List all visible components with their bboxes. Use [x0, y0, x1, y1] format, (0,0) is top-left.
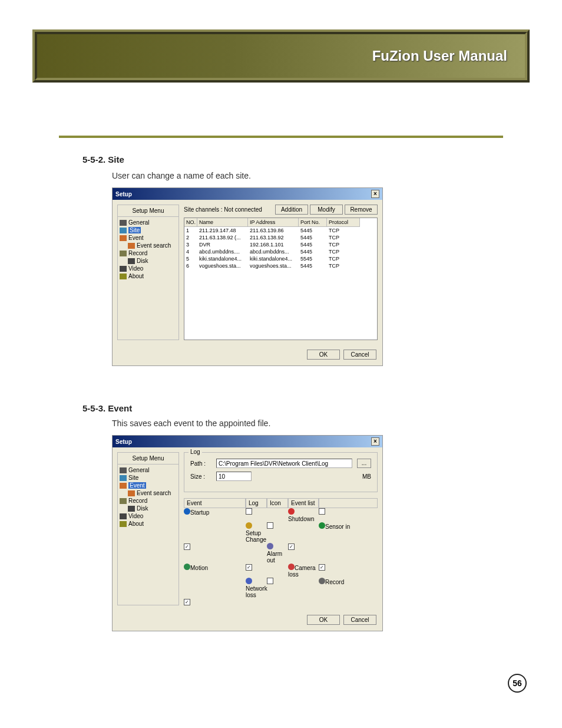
column-header[interactable]: Event [184, 498, 246, 508]
tree-item-site[interactable]: Site [120, 226, 177, 234]
column-header[interactable]: Icon [267, 498, 288, 508]
tree-icon [120, 498, 127, 504]
tree-item-event[interactable]: Event [120, 234, 177, 242]
event-table: EventLogIconEvent listStartupShutdownSet… [184, 498, 378, 605]
event-icon [288, 564, 295, 570]
site-status: Site channels : Not connected [184, 206, 262, 213]
tree-icon [120, 251, 127, 256]
event-name-cell: Network loss [246, 578, 267, 598]
section-heading-site: 5-5-2. Site [82, 154, 124, 164]
tree-label: Record [128, 250, 147, 256]
checkbox[interactable] [288, 543, 295, 550]
tree-item-record[interactable]: Record [120, 497, 177, 505]
table-row[interactable]: 1211.219.147.48211.63.139.865445TCP [184, 227, 377, 234]
setup-dialog-event: Setup × Setup Menu GeneralSiteEventEvent… [112, 435, 383, 631]
event-icon [319, 578, 325, 584]
tree-icon [120, 274, 127, 279]
modify-button[interactable]: Modify [310, 205, 343, 215]
tree-item-video[interactable]: Video [120, 512, 177, 520]
column-header[interactable]: Name [197, 218, 248, 227]
tree-icon [120, 521, 127, 527]
tree-item-disk[interactable]: Disk [120, 257, 177, 265]
column-header[interactable]: Port No. [299, 218, 327, 227]
cancel-button[interactable]: Cancel [343, 350, 376, 360]
setup-dialog-site: Setup × Setup Menu GeneralSiteEventEvent… [112, 187, 383, 366]
checkbox[interactable] [319, 564, 325, 571]
tree-item-general[interactable]: General [120, 466, 177, 474]
column-header[interactable]: Log [246, 498, 267, 508]
addition-button[interactable]: Addition [275, 205, 308, 215]
tree-icon [128, 506, 135, 512]
tree-label: About [128, 273, 144, 279]
checkbox[interactable] [267, 522, 273, 529]
table-row[interactable]: 3DVR192.168.1.1015445TCP [184, 241, 377, 248]
tree-icon [128, 243, 135, 249]
tree-item-event[interactable]: Event [120, 482, 177, 489]
tree-icon [128, 258, 135, 264]
header-band: FuZion User Manual [32, 29, 530, 83]
event-name-cell: Alarm out [267, 543, 288, 564]
tree-item-about[interactable]: About [120, 272, 177, 280]
tree-item-video[interactable]: Video [120, 265, 177, 272]
tree-item-about[interactable]: About [120, 520, 177, 528]
section-text-event: This saves each event to the appointed f… [112, 419, 270, 428]
tree-icon [120, 475, 127, 481]
close-icon[interactable]: × [371, 437, 379, 446]
divider [59, 136, 503, 138]
remove-button[interactable]: Remove [345, 205, 378, 215]
checkbox[interactable] [246, 508, 252, 515]
ok-button[interactable]: OK [307, 615, 340, 625]
checkbox[interactable] [319, 508, 325, 515]
tree-icon [120, 228, 127, 233]
column-header[interactable]: NO. [184, 218, 197, 227]
checkbox[interactable] [246, 564, 252, 571]
tree-item-event-search[interactable]: Event search [120, 242, 177, 249]
manual-title: FuZion User Manual [372, 48, 507, 64]
tree-item-event-search[interactable]: Event search [120, 489, 177, 497]
tree-icon [120, 513, 127, 519]
tree-label: General [128, 467, 150, 473]
tree-label: Event search [137, 490, 171, 496]
tree-label: Site [128, 227, 141, 233]
cancel-button[interactable]: Cancel [343, 615, 376, 625]
tree-item-general[interactable]: General [120, 219, 177, 226]
log-fieldset: Log Path : ... Size : MB [184, 452, 378, 492]
path-input[interactable] [216, 459, 352, 468]
column-header[interactable]: IP Address [248, 218, 299, 227]
table-row[interactable]: 5kiki.standalone4...kiki.standalone4...5… [184, 255, 377, 262]
setup-menu: Setup Menu GeneralSiteEventEvent searchR… [117, 452, 179, 605]
column-header[interactable]: Protocol [327, 218, 360, 227]
tree-label: Record [128, 498, 147, 504]
table-row[interactable]: 6vogueshoes.sta...vogueshoes.sta...5445T… [184, 262, 377, 269]
tree-label: Disk [137, 505, 148, 512]
titlebar[interactable]: Setup × [113, 188, 382, 200]
event-name-cell: Camera loss [288, 564, 319, 578]
checkbox[interactable] [184, 543, 190, 550]
event-icon [184, 508, 190, 515]
tree-label: Disk [137, 258, 148, 264]
titlebar[interactable]: Setup × [113, 436, 382, 447]
close-icon[interactable]: × [371, 190, 379, 198]
tree-item-disk[interactable]: Disk [120, 505, 177, 512]
table-row[interactable]: 2211.63.138.92 (...211.63.138.925445TCP [184, 234, 377, 241]
setup-menu-title: Setup Menu [118, 453, 178, 465]
checkbox[interactable] [184, 599, 190, 605]
checkbox[interactable] [267, 578, 273, 584]
tree-label: Video [128, 265, 143, 272]
browse-button[interactable]: ... [357, 459, 371, 468]
path-label: Path : [190, 460, 211, 467]
event-icon [288, 508, 295, 515]
size-input[interactable] [216, 472, 252, 481]
event-icon [246, 578, 252, 584]
event-name-cell: Sensor in [319, 522, 378, 543]
tree-icon [120, 235, 127, 241]
event-icon [184, 564, 190, 570]
tree-item-site[interactable]: Site [120, 474, 177, 482]
ok-button[interactable]: OK [307, 350, 340, 360]
column-header[interactable]: Event list [288, 498, 319, 508]
event-name-cell: Startup [184, 508, 246, 522]
site-table[interactable]: NO.NameIP AddressPort No.Protocol 1211.2… [184, 218, 378, 340]
tree-item-record[interactable]: Record [120, 249, 177, 257]
event-name-cell: Record [319, 578, 378, 598]
table-row[interactable]: 4abcd.umbddns....abcd.umbddns...5445TCP [184, 248, 377, 255]
